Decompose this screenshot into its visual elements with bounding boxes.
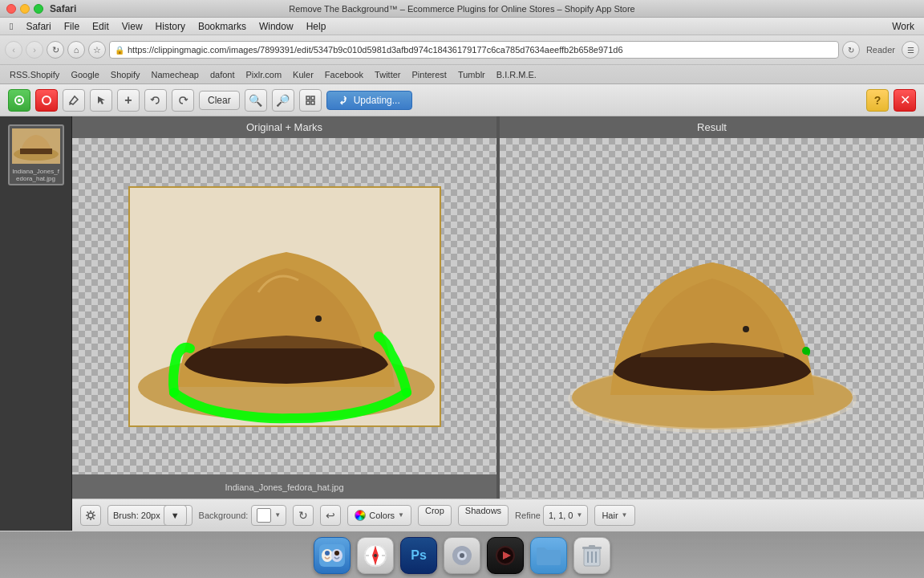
right-panel-header: Result bbox=[500, 116, 924, 138]
bookmark-shopify[interactable]: Shopify bbox=[106, 68, 145, 81]
menu-apple[interactable]:  bbox=[3, 21, 19, 32]
image-label: Indiana_Jones_fedora_hat.jpg bbox=[225, 482, 343, 492]
zoom-in-btn[interactable]: 🔎 bbox=[272, 89, 294, 112]
original-hat-svg bbox=[130, 188, 441, 427]
dock-trash[interactable] bbox=[573, 537, 610, 574]
right-panel: Result bbox=[500, 116, 924, 499]
settings-btn[interactable] bbox=[80, 505, 101, 526]
photoshop-icon: Ps bbox=[411, 548, 427, 563]
fit-btn[interactable] bbox=[299, 89, 322, 112]
bookmark-google[interactable]: Google bbox=[66, 68, 103, 81]
refine-value: 1, 1, 0 bbox=[549, 511, 573, 520]
shadows-btn[interactable]: Shadows bbox=[458, 505, 509, 526]
bookmark-dafont[interactable]: dafont bbox=[205, 68, 240, 81]
bookmark-tumblr[interactable]: Tumblr bbox=[453, 68, 490, 81]
bg-caret-icon: ▼ bbox=[274, 511, 281, 519]
refine-group: Refine 1, 1, 0 ▼ bbox=[515, 505, 588, 526]
left-panel-content[interactable] bbox=[72, 138, 496, 474]
right-panel-content[interactable] bbox=[500, 138, 924, 499]
zoom-out-btn[interactable]: 🔍 bbox=[245, 89, 267, 112]
menu-safari[interactable]: Safari bbox=[19, 21, 57, 32]
app-window: + Clear 🔍 🔎 Updating... ? ✕ bbox=[0, 84, 924, 531]
bookmark-pixlr[interactable]: Pixlr.com bbox=[241, 68, 286, 81]
dock-system-prefs[interactable] bbox=[444, 537, 480, 574]
dock-finder[interactable] bbox=[314, 537, 351, 574]
reset-btn[interactable]: ↩ bbox=[320, 505, 341, 526]
updating-btn[interactable]: Updating... bbox=[326, 91, 412, 110]
refine-label: Refine bbox=[515, 511, 541, 520]
thumb-label: Indiana_Jones_fedora_hat.jpg bbox=[10, 166, 63, 184]
menu-help[interactable]: Help bbox=[300, 21, 333, 32]
svg-point-25 bbox=[334, 551, 339, 556]
svg-point-19 bbox=[802, 347, 810, 355]
dock-dvd-player[interactable] bbox=[487, 537, 524, 574]
cursor-tool[interactable] bbox=[90, 89, 112, 112]
bookmark-birme[interactable]: B.I.R.M.E. bbox=[492, 68, 541, 81]
add-tool[interactable]: + bbox=[117, 89, 140, 112]
colors-label: Colors bbox=[369, 511, 395, 520]
hair-dropdown[interactable]: Hair ▼ bbox=[594, 505, 634, 526]
home-btn[interactable]: ⌂ bbox=[67, 41, 85, 59]
svg-point-24 bbox=[325, 551, 330, 556]
dock-photoshop[interactable]: Ps bbox=[400, 537, 437, 574]
clear-btn[interactable]: Clear bbox=[199, 91, 240, 110]
address-bar[interactable]: 🔒 https://clippingmagic.com/images/78993… bbox=[109, 41, 839, 59]
colors-btn[interactable]: Colors ▼ bbox=[347, 505, 411, 526]
svg-point-28 bbox=[374, 554, 377, 557]
window-title: Remove The Background™ – Ecommerce Plugi… bbox=[289, 4, 634, 14]
bookmark-pinterest[interactable]: Pinterest bbox=[407, 68, 452, 81]
menu-view[interactable]: View bbox=[116, 21, 149, 32]
browser-chrome: ‹ › ↻ ⌂ ☆ 🔒 https://clippingmagic.com/im… bbox=[0, 35, 924, 84]
menu-history[interactable]: History bbox=[149, 21, 192, 32]
red-brush-tool[interactable] bbox=[35, 89, 58, 112]
svg-point-18 bbox=[743, 326, 749, 332]
minimize-window-btn[interactable] bbox=[20, 4, 30, 14]
bookmark-facebook[interactable]: Facebook bbox=[320, 68, 368, 81]
bookmark-rss-shopify[interactable]: RSS.Shopify bbox=[5, 68, 64, 81]
updating-label: Updating... bbox=[354, 95, 400, 106]
reload-btn[interactable]: ↻ bbox=[47, 41, 64, 59]
bookmark-twitter[interactable]: Twitter bbox=[370, 68, 405, 81]
menu-window[interactable]: Window bbox=[253, 21, 300, 32]
bookmark-add-btn[interactable]: ☆ bbox=[88, 41, 106, 59]
dock-safari[interactable] bbox=[357, 537, 394, 574]
help-btn[interactable]: ? bbox=[866, 89, 889, 112]
background-group: Background: ▼ bbox=[199, 505, 287, 526]
app-toolbar: + Clear 🔍 🔎 Updating... ? ✕ bbox=[0, 84, 924, 116]
reader-btn[interactable]: Reader bbox=[863, 45, 898, 55]
undo-btn[interactable] bbox=[144, 89, 167, 112]
refine-dropdown[interactable]: 1, 1, 0 ▼ bbox=[543, 505, 589, 526]
app-close-btn[interactable]: ✕ bbox=[894, 89, 916, 112]
original-image-frame bbox=[128, 186, 441, 427]
pencil-tool[interactable] bbox=[63, 89, 85, 112]
svg-point-20 bbox=[88, 513, 93, 518]
browser-toolbar: ‹ › ↻ ⌂ ☆ 🔒 https://clippingmagic.com/im… bbox=[0, 35, 924, 64]
refresh-btn[interactable]: ↻ bbox=[842, 41, 860, 59]
dock-folder[interactable] bbox=[530, 537, 567, 574]
brush-size-dropdown[interactable]: Brush: 20px ▼ bbox=[107, 505, 192, 526]
menu-file[interactable]: File bbox=[58, 21, 86, 32]
redo-btn[interactable] bbox=[172, 89, 194, 112]
background-dropdown[interactable]: ▼ bbox=[251, 505, 286, 526]
svg-point-12 bbox=[315, 315, 322, 322]
forward-btn[interactable]: › bbox=[26, 41, 43, 59]
menu-edit[interactable]: Edit bbox=[86, 21, 116, 32]
bookmark-namecheap[interactable]: Namecheap bbox=[147, 68, 204, 81]
window-controls[interactable] bbox=[6, 4, 43, 14]
bookmark-kuler[interactable]: Kuler bbox=[288, 68, 318, 81]
refresh-marks-btn[interactable]: ↻ bbox=[293, 505, 314, 526]
menu-bookmarks[interactable]: Bookmarks bbox=[192, 21, 253, 32]
back-btn[interactable]: ‹ bbox=[5, 41, 22, 59]
close-window-btn[interactable] bbox=[6, 4, 16, 14]
refine-caret-icon: ▼ bbox=[576, 511, 582, 519]
svg-rect-6 bbox=[311, 101, 314, 104]
green-brush-tool[interactable] bbox=[8, 89, 30, 112]
crop-btn[interactable]: Crop bbox=[418, 505, 452, 526]
thumbnail-item[interactable]: Indiana_Jones_fedora_hat.jpg bbox=[8, 124, 64, 185]
bottom-toolbar: Brush: 20px ▼ Background: ▼ ↻ ↩ bbox=[72, 499, 924, 531]
mac-dock: Ps bbox=[0, 531, 924, 578]
sidebar-toggle-btn[interactable]: ☰ bbox=[902, 41, 919, 59]
maximize-window-btn[interactable] bbox=[34, 4, 43, 14]
menu-work[interactable]: Work bbox=[886, 21, 921, 32]
color-circle-icon bbox=[355, 510, 366, 521]
